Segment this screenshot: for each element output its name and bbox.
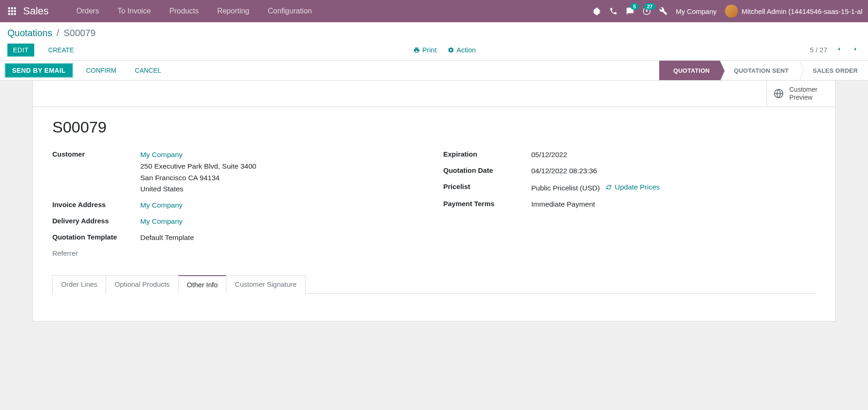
user-menu[interactable]: Mitchell Admin (14414546-saas-15-1-al xyxy=(725,5,862,18)
nav-item-reporting[interactable]: Reporting xyxy=(208,0,258,22)
form-container: Customer Preview S00079 Customer My Comp… xyxy=(0,81,868,322)
breadcrumb-separator: / xyxy=(56,28,59,38)
print-icon xyxy=(413,47,420,53)
svg-rect-2 xyxy=(14,7,16,9)
pager-next-button[interactable] xyxy=(850,43,861,57)
update-prices-button[interactable]: Update Prices xyxy=(606,182,660,193)
quotation-date-label: Quotation Date xyxy=(443,165,531,174)
breadcrumb-current: S00079 xyxy=(63,28,95,38)
messages-badge: 5 xyxy=(631,3,639,10)
customer-addr2: San Francisco CA 94134 xyxy=(140,174,219,182)
customer-country: United States xyxy=(140,185,183,193)
nav-item-orders[interactable]: Orders xyxy=(67,0,108,22)
control-panel: Quotations / S00079 EDIT CREATE Print Ac… xyxy=(0,22,868,60)
invoice-address-value[interactable]: My Company xyxy=(140,201,182,209)
chevron-left-icon xyxy=(836,45,842,53)
print-label: Print xyxy=(422,46,437,54)
svg-rect-0 xyxy=(8,7,10,9)
edit-button[interactable]: EDIT xyxy=(7,44,34,57)
svg-rect-4 xyxy=(11,10,13,12)
svg-rect-6 xyxy=(8,13,10,15)
nav-right: 5 27 My Company Mitchell Admin (14414546… xyxy=(593,5,862,18)
record-title: S00079 xyxy=(52,118,816,136)
customer-addr1: 250 Executive Park Blvd, Suite 3400 xyxy=(140,162,256,170)
avatar xyxy=(725,5,738,18)
quotation-date-value: 04/12/2022 08:23:36 xyxy=(531,165,597,177)
nav-item-products[interactable]: Products xyxy=(160,0,208,22)
customer-value[interactable]: My Company xyxy=(140,151,182,158)
user-name: Mitchell Admin (14414546-saas-15-1-al xyxy=(742,7,862,15)
activities-icon[interactable]: 27 xyxy=(643,7,651,15)
apps-icon[interactable] xyxy=(6,5,19,18)
pricelist-label: Pricelist xyxy=(443,182,531,190)
gear-icon xyxy=(448,47,454,53)
nav-item-configuration[interactable]: Configuration xyxy=(259,0,321,22)
expiration-value: 05/12/2022 xyxy=(531,149,568,161)
tab-optional-products[interactable]: Optional Products xyxy=(106,275,178,294)
svg-rect-8 xyxy=(14,13,16,15)
status-stages: QUOTATION QUOTATION SENT SALES ORDER xyxy=(659,61,868,80)
action-label: Action xyxy=(456,46,476,54)
expiration-label: Expiration xyxy=(443,149,531,158)
stage-quotation-sent[interactable]: QUOTATION SENT xyxy=(720,61,799,80)
app-name[interactable]: Sales xyxy=(23,5,49,17)
tab-order-lines[interactable]: Order Lines xyxy=(52,275,106,294)
customer-preview-button[interactable]: Customer Preview xyxy=(767,81,835,107)
company-selector[interactable]: My Company xyxy=(676,7,717,15)
customer-label: Customer xyxy=(52,149,140,158)
payment-terms-label: Payment Terms xyxy=(443,199,531,208)
nav-menu: Orders To Invoice Products Reporting Con… xyxy=(67,0,321,22)
button-box: Customer Preview xyxy=(33,81,835,107)
nav-item-to-invoice[interactable]: To Invoice xyxy=(108,0,160,22)
tools-icon[interactable] xyxy=(659,7,668,15)
delivery-address-value[interactable]: My Company xyxy=(140,217,182,225)
main-navbar: Sales Orders To Invoice Products Reporti… xyxy=(0,0,868,22)
referrer-label: Referrer xyxy=(52,248,140,257)
form-sheet: Customer Preview S00079 Customer My Comp… xyxy=(32,81,836,322)
pager-count[interactable]: 5 / 27 xyxy=(810,46,827,54)
refresh-icon xyxy=(606,184,612,190)
svg-rect-3 xyxy=(8,10,10,12)
breadcrumb: Quotations / S00079 xyxy=(7,28,861,38)
confirm-button[interactable]: CONFIRM xyxy=(81,64,122,77)
tabs: Order Lines Optional Products Other Info… xyxy=(52,275,816,294)
phone-icon[interactable] xyxy=(609,7,618,15)
cancel-button[interactable]: CANCEL xyxy=(129,64,167,77)
stage-quotation[interactable]: QUOTATION xyxy=(659,61,720,80)
update-prices-label: Update Prices xyxy=(615,182,660,193)
tab-other-info[interactable]: Other Info xyxy=(178,275,227,294)
invoice-address-label: Invoice Address xyxy=(52,200,140,208)
svg-rect-7 xyxy=(11,13,13,15)
send-email-button[interactable]: SEND BY EMAIL xyxy=(5,63,73,78)
quotation-template-value: Default Template xyxy=(140,232,194,244)
print-dropdown[interactable]: Print xyxy=(413,46,437,54)
breadcrumb-parent[interactable]: Quotations xyxy=(7,28,52,38)
pricelist-value: Public Pricelist (USD) xyxy=(531,184,600,192)
delivery-address-label: Delivery Address xyxy=(52,216,140,225)
statusbar: SEND BY EMAIL CONFIRM CANCEL QUOTATION Q… xyxy=(0,60,868,81)
chevron-right-icon xyxy=(852,45,859,53)
right-column: Expiration 05/12/2022 Quotation Date 04/… xyxy=(443,149,816,262)
globe-icon xyxy=(774,88,784,99)
svg-rect-1 xyxy=(11,7,13,9)
messages-icon[interactable]: 5 xyxy=(626,7,634,15)
stage-sales-order[interactable]: SALES ORDER xyxy=(799,61,868,80)
pager-prev-button[interactable] xyxy=(834,43,844,57)
payment-terms-value: Immediate Payment xyxy=(531,199,595,210)
customer-preview-label: Customer Preview xyxy=(789,86,829,102)
debug-icon[interactable] xyxy=(593,7,601,15)
activities-badge: 27 xyxy=(644,3,655,10)
quotation-template-label: Quotation Template xyxy=(52,232,140,241)
tab-customer-signature[interactable]: Customer Signature xyxy=(226,275,305,294)
svg-rect-5 xyxy=(14,10,16,12)
action-dropdown[interactable]: Action xyxy=(448,46,476,54)
left-column: Customer My Company 250 Executive Park B… xyxy=(52,149,425,262)
create-button[interactable]: CREATE xyxy=(43,44,80,57)
